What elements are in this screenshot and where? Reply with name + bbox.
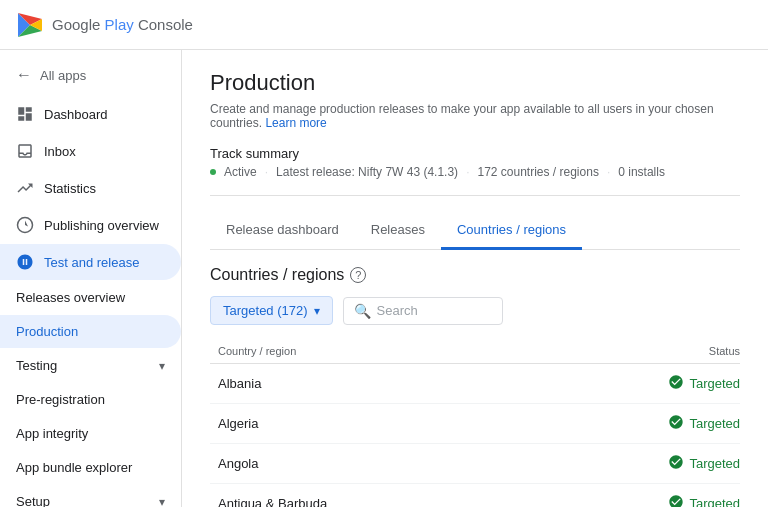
sidebar-item-label: Publishing overview	[44, 218, 159, 233]
sidebar-item-label: Dashboard	[44, 107, 108, 122]
sidebar-item-releases-overview[interactable]: Releases overview	[0, 281, 181, 314]
sidebar-item-dashboard[interactable]: Dashboard	[0, 96, 181, 132]
sidebar-item-label: Production	[16, 324, 78, 339]
col-country: Country / region	[210, 339, 534, 364]
tab-releases[interactable]: Releases	[355, 212, 441, 250]
all-apps-label: All apps	[40, 68, 86, 83]
tab-release-dashboard[interactable]: Release dashboard	[210, 212, 355, 250]
statistics-icon	[16, 179, 34, 197]
status-label: Targeted	[689, 496, 740, 507]
sidebar-item-label: App bundle explorer	[16, 460, 132, 475]
countries-section-title: Countries / regions ?	[210, 266, 740, 284]
search-box[interactable]: 🔍 Search	[343, 297, 503, 325]
filter-bar: Targeted (172) ▾ 🔍 Search	[210, 296, 740, 325]
sidebar-item-pre-registration[interactable]: Pre-registration	[0, 383, 181, 416]
sidebar-item-app-bundle-explorer[interactable]: App bundle explorer	[0, 451, 181, 484]
chevron-down-icon: ▾	[159, 495, 165, 508]
track-summary-info: Active · Latest release: Nifty 7W 43 (4.…	[210, 165, 740, 179]
sidebar-item-label: Setup	[16, 494, 50, 507]
header: Google Play Console	[0, 0, 768, 50]
country-name: Angola	[210, 444, 534, 484]
sidebar-item-label: Test and release	[44, 255, 139, 270]
tabs: Release dashboard Releases Countries / r…	[210, 212, 740, 250]
col-status: Status	[534, 339, 740, 364]
rocket-icon	[16, 253, 34, 271]
track-status: Active	[224, 165, 257, 179]
check-circle-icon	[668, 374, 684, 393]
search-icon: 🔍	[354, 303, 371, 319]
sidebar-item-label: Pre-registration	[16, 392, 105, 407]
table-row: Antigua & Barbuda Targeted	[210, 484, 740, 508]
sidebar-item-label: Inbox	[44, 144, 76, 159]
sidebar-item-publishing-overview[interactable]: Publishing overview	[0, 207, 181, 243]
sidebar-item-production[interactable]: Production	[0, 315, 181, 348]
sidebar-item-testing[interactable]: Testing ▾	[0, 349, 181, 382]
targeted-filter-label: Targeted (172)	[223, 303, 308, 318]
sidebar-item-statistics[interactable]: Statistics	[0, 170, 181, 206]
track-installs: 0 installs	[618, 165, 665, 179]
tab-countries-regions[interactable]: Countries / regions	[441, 212, 582, 250]
chevron-down-icon: ▾	[159, 359, 165, 373]
track-summary-title: Track summary	[210, 146, 740, 161]
country-name: Albania	[210, 364, 534, 404]
status-label: Targeted	[689, 376, 740, 391]
search-placeholder: Search	[377, 303, 418, 318]
logo-text: Google Play Console	[52, 16, 193, 33]
track-release: Latest release: Nifty 7W 43 (4.1.3)	[276, 165, 458, 179]
table-row: Angola Targeted	[210, 444, 740, 484]
country-status: Targeted	[534, 484, 740, 508]
targeted-filter-button[interactable]: Targeted (172) ▾	[210, 296, 333, 325]
page-title: Production	[210, 70, 740, 96]
sidebar-item-label: Testing	[16, 358, 57, 373]
country-name: Algeria	[210, 404, 534, 444]
check-circle-icon	[668, 414, 684, 433]
country-name: Antigua & Barbuda	[210, 484, 534, 508]
country-status: Targeted	[534, 364, 740, 404]
learn-more-link[interactable]: Learn more	[265, 116, 326, 130]
check-circle-icon	[668, 454, 684, 473]
sidebar-item-label: Releases overview	[16, 290, 125, 305]
table-header-row: Country / region Status	[210, 339, 740, 364]
main-content: Production Create and manage production …	[182, 50, 768, 507]
layout: ← All apps Dashboard Inbox Statistics	[0, 50, 768, 507]
dropdown-arrow-icon: ▾	[314, 304, 320, 318]
sidebar: ← All apps Dashboard Inbox Statistics	[0, 50, 182, 507]
sidebar-item-label: App integrity	[16, 426, 88, 441]
status-label: Targeted	[689, 416, 740, 431]
country-status: Targeted	[534, 444, 740, 484]
status-label: Targeted	[689, 456, 740, 471]
back-arrow-icon: ←	[16, 66, 32, 84]
dashboard-icon	[16, 105, 34, 123]
help-icon[interactable]: ?	[350, 267, 366, 283]
track-countries: 172 countries / regions	[477, 165, 598, 179]
page-description: Create and manage production releases to…	[210, 102, 740, 130]
logo: Google Play Console	[16, 11, 193, 39]
table-row: Albania Targeted	[210, 364, 740, 404]
countries-table: Country / region Status Albania Targeted…	[210, 339, 740, 507]
table-row: Algeria Targeted	[210, 404, 740, 444]
sidebar-item-app-integrity[interactable]: App integrity	[0, 417, 181, 450]
sidebar-item-setup[interactable]: Setup ▾	[0, 485, 181, 507]
check-circle-icon	[668, 494, 684, 507]
publishing-icon	[16, 216, 34, 234]
track-summary: Track summary Active · Latest release: N…	[210, 146, 740, 196]
sidebar-item-inbox[interactable]: Inbox	[0, 133, 181, 169]
sidebar-item-label: Statistics	[44, 181, 96, 196]
sidebar-item-test-and-release[interactable]: Test and release	[0, 244, 181, 280]
logo-icon	[16, 11, 44, 39]
country-status: Targeted	[534, 404, 740, 444]
all-apps-link[interactable]: ← All apps	[0, 58, 181, 92]
active-dot	[210, 169, 216, 175]
inbox-icon	[16, 142, 34, 160]
